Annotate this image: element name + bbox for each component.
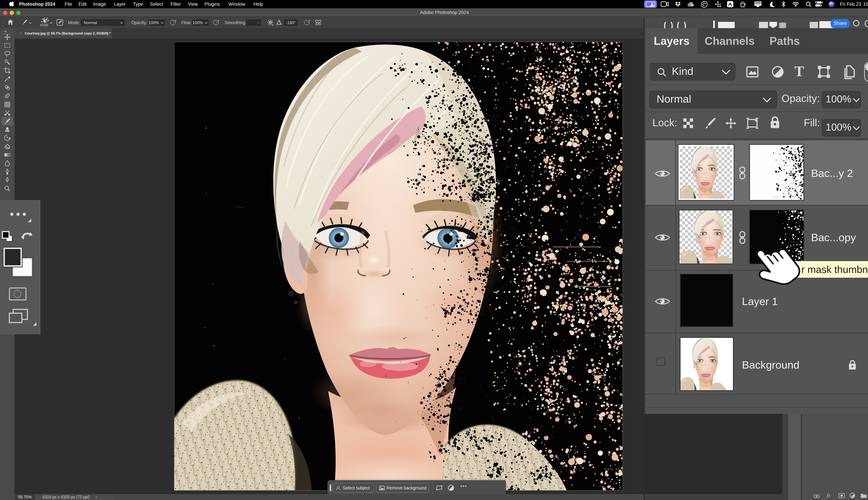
svg-text:?: ? [867,21,868,26]
